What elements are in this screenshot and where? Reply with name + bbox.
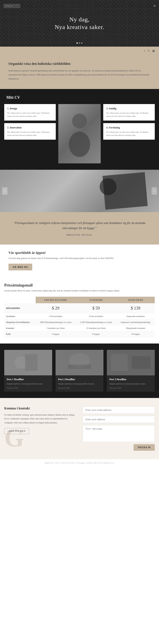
post-image-1 bbox=[4, 350, 52, 375]
quote-section: Företagstränare är vanligtvis erfarna en… bbox=[0, 212, 159, 244]
carousel-dot-2[interactable] bbox=[79, 42, 80, 44]
post-excerpt-3: Sample small text. Lorem ipsum dolor sit… bbox=[110, 382, 152, 385]
pricing-coffee-basic: 5 koppar bbox=[36, 331, 76, 337]
submit-button[interactable]: SKICKA IN bbox=[134, 444, 155, 451]
post-card-3[interactable]: Post 3 Headline Sample small text. Lorem… bbox=[107, 350, 155, 392]
post-date-3: Thu Jun 25 2020 bbox=[110, 387, 152, 389]
cv-title: Mitt CV bbox=[4, 95, 155, 100]
pricing-label-users: Användare bbox=[4, 314, 36, 319]
cv-card-forskning-title: 4. Forskning bbox=[106, 126, 152, 129]
quote-author: BRIGITTE NICOLE bbox=[13, 234, 146, 236]
carousel-next-button[interactable]: › bbox=[152, 187, 157, 194]
footer-note-text: Sample text. Click to select the text bo… bbox=[44, 462, 115, 464]
address-field[interactable] bbox=[83, 416, 155, 423]
contact-section: G Komma i kontakt Ut enim ad minim venia… bbox=[0, 398, 159, 459]
post-card-2[interactable]: Post 2 Headline Sample small text. Lorem… bbox=[56, 350, 104, 392]
pricing-row-previews: Obegränsat drivstoffdatabas 1000 förhand… bbox=[4, 319, 155, 325]
pricing-section: Prissättningsmall Lorem ipsum dolor sit … bbox=[0, 277, 159, 344]
pricing-col-basic: GRUNDLÄGGANDE bbox=[36, 297, 76, 303]
pricing-label-previews: Obegränsat drivstoffdatabas bbox=[4, 319, 36, 325]
pricing-contacts-advanced: Obegränsade kontakter bbox=[116, 325, 155, 331]
post-content-1: Post 1 Headline Sample small text. Lorem… bbox=[4, 375, 52, 392]
carousel-dot-3[interactable] bbox=[81, 42, 82, 44]
post-image-3 bbox=[107, 350, 155, 375]
pricing-contacts-basic: 5 kontakter per klient bbox=[36, 325, 76, 331]
footer-note: Sample text. Click to select the text bo… bbox=[0, 459, 159, 466]
pricing-price-advanced: $ 139 bbox=[116, 303, 155, 314]
pricing-label-coffee: Kaffe bbox=[4, 331, 36, 337]
twitter-icon[interactable]: 𝕏 bbox=[148, 49, 150, 52]
pricing-previews-standard: 2 500 förhandsgranskningar av e-post bbox=[76, 319, 116, 325]
pricing-contacts-standard: 25 kontakter per klient bbox=[76, 325, 116, 331]
pricing-col-empty bbox=[4, 297, 36, 303]
learn-more-button[interactable]: LÄRA DIG MER bbox=[4, 428, 29, 434]
gym-cta-button[interactable]: GÅ MED NU bbox=[8, 264, 32, 270]
submit-row: SKICKA IN bbox=[83, 444, 155, 451]
post-date-2: Thu Jun 25 2020 bbox=[58, 387, 101, 389]
pricing-title: Prissättningsmall bbox=[4, 283, 155, 288]
pricing-price-basic: $ 29 bbox=[36, 303, 76, 314]
post-content-3: Post 3 Headline Sample small text. Lorem… bbox=[107, 375, 155, 392]
contact-left: Komma i kontakt Ut enim ad minim veniam,… bbox=[4, 406, 76, 451]
contact-heading: Komma i kontakt bbox=[4, 406, 76, 410]
posts-section: Post 1 Headline Sample small text. Lorem… bbox=[0, 344, 159, 398]
contact-description: Ut enim ad minim veniam, quis nostrud na… bbox=[4, 413, 76, 425]
cv-card-design-text: Nec ullamcorper sit amet risus nullam eg… bbox=[7, 112, 53, 118]
cv-left-column: 1. Design Nec ullamcorper sit amet risus… bbox=[4, 104, 56, 140]
pricing-coffee-advanced: 10 koppar bbox=[116, 331, 155, 337]
cv-section: Mitt CV 1. Design Nec ullamcorper sit am… bbox=[0, 89, 159, 170]
cv-card-design: 1. Design Nec ullamcorper sit amet risus… bbox=[4, 104, 56, 120]
facebook-icon[interactable]: f bbox=[144, 49, 145, 52]
cv-photo-inner bbox=[58, 104, 101, 164]
intro-heading: Organiskt växa den holistiska världsbild… bbox=[8, 62, 150, 66]
menu-icon[interactable]: ≡ bbox=[154, 4, 156, 8]
pricing-previews-advanced: Anpassad e-posthandsgranskningar bbox=[116, 319, 155, 325]
social-strip: f 𝕏 ▣ bbox=[0, 46, 159, 55]
cv-card-smidig-title: 3. Smidig bbox=[106, 107, 152, 110]
cv-card-smidig-text: Nec ullamcorper sit amet risus nullam eg… bbox=[106, 112, 152, 118]
cv-card-innovation-text: Nec ullamcorper sit amet risus nullam eg… bbox=[7, 130, 53, 137]
pricing-row-users: Användare 1 full användare 5 hela använd… bbox=[4, 314, 155, 319]
cv-card-innovation: 2. Innovation Nec ullamcorper sit amet r… bbox=[4, 123, 56, 140]
pricing-col-advanced: AVANCERAD bbox=[116, 297, 155, 303]
cv-right-column: 3. Smidig Nec ullamcorper sit amet risus… bbox=[103, 104, 155, 140]
pricing-description: Lorem ipsum dolor sit amet, consectetur … bbox=[4, 289, 155, 293]
carousel-prev-button[interactable]: ‹ bbox=[2, 187, 8, 194]
cv-card-design-title: 1. Design bbox=[7, 107, 53, 110]
pricing-row-contacts: Kontakter 5 kontakter per klient 25 kont… bbox=[4, 325, 155, 331]
svg-rect-4 bbox=[25, 354, 38, 371]
post-2-graphic bbox=[56, 350, 104, 375]
svg-point-0 bbox=[72, 114, 87, 128]
post-card-1[interactable]: Post 1 Headline Sample small text. Lorem… bbox=[4, 350, 52, 392]
hero-section: ≡ Ny dag, Nya kreativa saker. bbox=[0, 0, 159, 46]
coffee-decoration bbox=[100, 178, 116, 195]
hero-navigation: ≡ bbox=[0, 2, 159, 10]
intro-section: Organiskt växa den holistiska världsbild… bbox=[0, 55, 159, 89]
portfolio-image-section: ‹ › bbox=[0, 170, 159, 212]
instagram-icon[interactable]: ▣ bbox=[152, 49, 155, 52]
carousel-dot-1[interactable] bbox=[76, 42, 78, 44]
search-input[interactable] bbox=[4, 4, 20, 8]
pricing-row-label: MÅNADSPRIS bbox=[4, 303, 36, 314]
contact-right: SKICKA IN bbox=[83, 406, 155, 451]
pricing-previews-basic: 1000 förhandsgranskningar av e-post bbox=[36, 319, 76, 325]
hero-text: Ny dag, Nya kreativa saker. bbox=[55, 16, 104, 31]
post-3-graphic bbox=[107, 350, 155, 375]
carousel-dots bbox=[76, 42, 82, 44]
pricing-price-row: MÅNADSPRIS $ 29 $ 59 $ 139 bbox=[4, 303, 155, 314]
cv-card-innovation-title: 2. Innovation bbox=[7, 126, 53, 129]
post-content-2: Post 2 Headline Sample small text. Lorem… bbox=[56, 375, 104, 392]
svg-rect-10 bbox=[132, 356, 150, 369]
hero-title: Ny dag, Nya kreativa saker. bbox=[55, 16, 104, 31]
post-date-1: Thu Jun 25 2020 bbox=[7, 387, 50, 389]
email-field[interactable] bbox=[83, 406, 155, 414]
person-silhouette bbox=[67, 110, 92, 157]
message-field[interactable] bbox=[83, 425, 155, 442]
cv-card-smidig: 3. Smidig Nec ullamcorper sit amet risus… bbox=[103, 104, 155, 120]
pricing-col-standard: STANDARD bbox=[76, 297, 116, 303]
cv-photo bbox=[58, 104, 101, 164]
gym-section: Vår sportklubb är öppen! Gå med idag gen… bbox=[0, 244, 159, 277]
gym-description: Gå med idag genom att betala våra $ 39 b… bbox=[8, 256, 150, 260]
pricing-row-coffee: Kaffe 5 koppar 8 koppar 10 koppar bbox=[4, 331, 155, 337]
post-headline-3: Post 3 Headline bbox=[110, 378, 152, 381]
